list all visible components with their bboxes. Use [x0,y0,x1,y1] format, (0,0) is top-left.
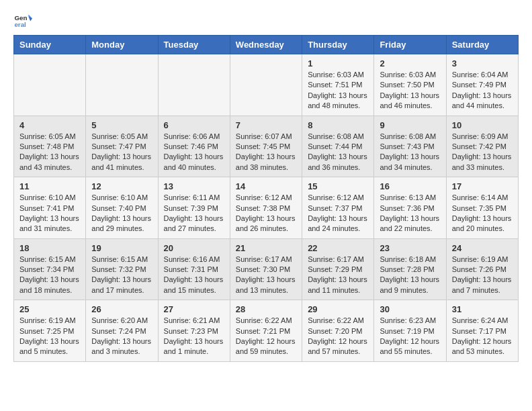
weekday-header-thursday: Thursday [302,36,374,54]
calendar-cell: 6Sunrise: 6:06 AM Sunset: 7:46 PM Daylig… [158,116,230,177]
day-number: 1 [308,58,368,68]
day-number: 15 [308,181,368,191]
cell-content: Sunrise: 6:13 AM Sunset: 7:36 PM Dayligh… [380,193,440,234]
cell-content: Sunrise: 6:12 AM Sunset: 7:37 PM Dayligh… [308,193,368,234]
calendar-cell: 14Sunrise: 6:12 AM Sunset: 7:38 PM Dayli… [230,177,302,239]
day-number: 23 [380,243,440,253]
calendar-cell: 26Sunrise: 6:20 AM Sunset: 7:24 PM Dayli… [86,300,158,362]
cell-content: Sunrise: 6:17 AM Sunset: 7:30 PM Dayligh… [236,255,296,296]
day-number: 13 [164,181,224,191]
calendar-cell: 30Sunrise: 6:23 AM Sunset: 7:19 PM Dayli… [374,300,446,362]
logo-icon: Gen eral [13,11,32,30]
cell-content: Sunrise: 6:19 AM Sunset: 7:26 PM Dayligh… [452,255,513,296]
calendar-cell: 11Sunrise: 6:10 AM Sunset: 7:41 PM Dayli… [14,177,86,239]
calendar-cell: 8Sunrise: 6:08 AM Sunset: 7:44 PM Daylig… [302,116,374,177]
day-number: 20 [164,243,224,253]
day-number: 26 [91,304,152,314]
calendar-cell: 27Sunrise: 6:21 AM Sunset: 7:23 PM Dayli… [158,300,230,362]
day-number: 25 [19,304,80,314]
svg-text:eral: eral [14,21,26,28]
calendar-cell [158,54,230,116]
day-number: 29 [308,304,368,314]
calendar-week-5: 25Sunrise: 6:19 AM Sunset: 7:25 PM Dayli… [14,300,519,362]
day-number: 22 [308,243,368,253]
day-number: 8 [308,120,368,130]
cell-content: Sunrise: 6:21 AM Sunset: 7:23 PM Dayligh… [164,316,224,357]
day-number: 11 [19,181,80,191]
calendar-cell: 4Sunrise: 6:05 AM Sunset: 7:48 PM Daylig… [14,116,86,177]
calendar-cell: 1Sunrise: 6:03 AM Sunset: 7:51 PM Daylig… [302,54,374,116]
day-number: 9 [380,120,440,130]
cell-content: Sunrise: 6:07 AM Sunset: 7:45 PM Dayligh… [236,132,296,173]
cell-content: Sunrise: 6:10 AM Sunset: 7:41 PM Dayligh… [19,193,80,234]
calendar-cell: 9Sunrise: 6:08 AM Sunset: 7:43 PM Daylig… [374,116,446,177]
calendar-cell: 29Sunrise: 6:22 AM Sunset: 7:20 PM Dayli… [302,300,374,362]
weekday-header-friday: Friday [374,36,446,54]
day-number: 12 [91,181,152,191]
day-number: 6 [164,120,224,130]
calendar-cell: 24Sunrise: 6:19 AM Sunset: 7:26 PM Dayli… [446,238,518,300]
cell-content: Sunrise: 6:04 AM Sunset: 7:49 PM Dayligh… [452,70,513,111]
calendar-cell: 16Sunrise: 6:13 AM Sunset: 7:36 PM Dayli… [374,177,446,239]
cell-content: Sunrise: 6:19 AM Sunset: 7:25 PM Dayligh… [19,316,80,357]
logo: Gen eral [13,11,35,30]
calendar-cell [14,54,86,116]
calendar-cell: 2Sunrise: 6:03 AM Sunset: 7:50 PM Daylig… [374,54,446,116]
day-number: 21 [236,243,296,253]
weekday-header-row: SundayMondayTuesdayWednesdayThursdayFrid… [14,36,519,54]
calendar-cell: 18Sunrise: 6:15 AM Sunset: 7:34 PM Dayli… [14,238,86,300]
calendar-cell: 23Sunrise: 6:18 AM Sunset: 7:28 PM Dayli… [374,238,446,300]
calendar-cell: 5Sunrise: 6:05 AM Sunset: 7:47 PM Daylig… [86,116,158,177]
page-header: Gen eral [13,11,519,30]
cell-content: Sunrise: 6:15 AM Sunset: 7:32 PM Dayligh… [91,255,152,296]
cell-content: Sunrise: 6:11 AM Sunset: 7:39 PM Dayligh… [164,193,224,234]
calendar-cell: 25Sunrise: 6:19 AM Sunset: 7:25 PM Dayli… [14,300,86,362]
cell-content: Sunrise: 6:22 AM Sunset: 7:20 PM Dayligh… [308,316,368,357]
day-number: 19 [91,243,152,253]
day-number: 18 [19,243,80,253]
cell-content: Sunrise: 6:08 AM Sunset: 7:44 PM Dayligh… [308,132,368,173]
day-number: 31 [452,304,513,314]
calendar-cell: 22Sunrise: 6:17 AM Sunset: 7:29 PM Dayli… [302,238,374,300]
cell-content: Sunrise: 6:09 AM Sunset: 7:42 PM Dayligh… [452,132,513,173]
calendar-cell: 21Sunrise: 6:17 AM Sunset: 7:30 PM Dayli… [230,238,302,300]
calendar-cell [230,54,302,116]
cell-content: Sunrise: 6:06 AM Sunset: 7:46 PM Dayligh… [164,132,224,173]
calendar-week-3: 11Sunrise: 6:10 AM Sunset: 7:41 PM Dayli… [14,177,519,239]
calendar-cell [86,54,158,116]
cell-content: Sunrise: 6:10 AM Sunset: 7:40 PM Dayligh… [91,193,152,234]
day-number: 2 [380,58,440,68]
cell-content: Sunrise: 6:24 AM Sunset: 7:17 PM Dayligh… [452,316,513,357]
day-number: 5 [91,120,152,130]
cell-content: Sunrise: 6:05 AM Sunset: 7:47 PM Dayligh… [91,132,152,173]
cell-content: Sunrise: 6:12 AM Sunset: 7:38 PM Dayligh… [236,193,296,234]
calendar-cell: 15Sunrise: 6:12 AM Sunset: 7:37 PM Dayli… [302,177,374,239]
calendar-cell: 28Sunrise: 6:22 AM Sunset: 7:21 PM Dayli… [230,300,302,362]
calendar-cell: 19Sunrise: 6:15 AM Sunset: 7:32 PM Dayli… [86,238,158,300]
calendar-cell: 17Sunrise: 6:14 AM Sunset: 7:35 PM Dayli… [446,177,518,239]
calendar-cell: 10Sunrise: 6:09 AM Sunset: 7:42 PM Dayli… [446,116,518,177]
calendar-cell: 31Sunrise: 6:24 AM Sunset: 7:17 PM Dayli… [446,300,518,362]
weekday-header-tuesday: Tuesday [158,36,230,54]
calendar-cell: 13Sunrise: 6:11 AM Sunset: 7:39 PM Dayli… [158,177,230,239]
day-number: 14 [236,181,296,191]
calendar-cell: 20Sunrise: 6:16 AM Sunset: 7:31 PM Dayli… [158,238,230,300]
calendar-week-2: 4Sunrise: 6:05 AM Sunset: 7:48 PM Daylig… [14,116,519,177]
calendar-cell: 7Sunrise: 6:07 AM Sunset: 7:45 PM Daylig… [230,116,302,177]
cell-content: Sunrise: 6:14 AM Sunset: 7:35 PM Dayligh… [452,193,513,234]
cell-content: Sunrise: 6:03 AM Sunset: 7:51 PM Dayligh… [308,70,368,111]
weekday-header-sunday: Sunday [14,36,86,54]
cell-content: Sunrise: 6:08 AM Sunset: 7:43 PM Dayligh… [380,132,440,173]
cell-content: Sunrise: 6:23 AM Sunset: 7:19 PM Dayligh… [380,316,440,357]
weekday-header-wednesday: Wednesday [230,36,302,54]
day-number: 24 [452,243,513,253]
calendar-table: SundayMondayTuesdayWednesdayThursdayFrid… [13,35,519,362]
day-number: 4 [19,120,80,130]
day-number: 7 [236,120,296,130]
cell-content: Sunrise: 6:16 AM Sunset: 7:31 PM Dayligh… [164,255,224,296]
day-number: 28 [236,304,296,314]
cell-content: Sunrise: 6:22 AM Sunset: 7:21 PM Dayligh… [236,316,296,357]
cell-content: Sunrise: 6:17 AM Sunset: 7:29 PM Dayligh… [308,255,368,296]
calendar-cell: 12Sunrise: 6:10 AM Sunset: 7:40 PM Dayli… [86,177,158,239]
cell-content: Sunrise: 6:03 AM Sunset: 7:50 PM Dayligh… [380,70,440,111]
